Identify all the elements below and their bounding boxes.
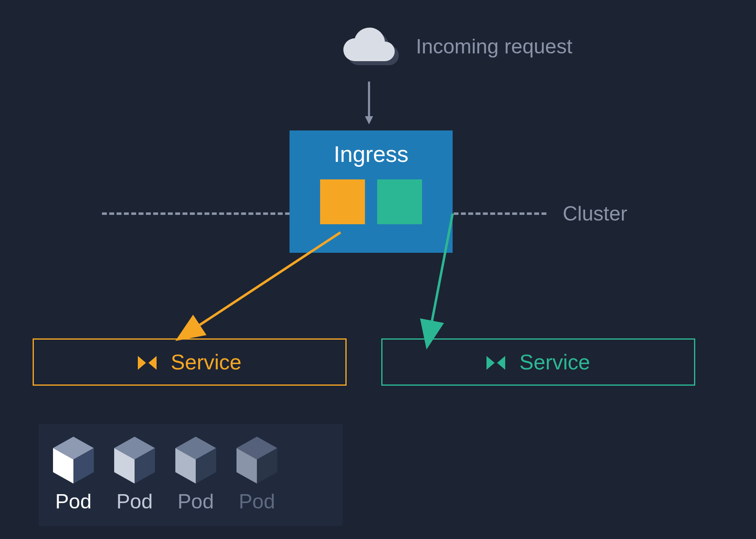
svg-marker-4 [138,356,146,370]
pod-label: Pod [178,490,214,513]
pod-label: Pod [239,490,275,513]
svg-marker-7 [497,356,505,370]
pod-item: Pod [53,437,94,513]
pod-item: Pod [237,437,277,513]
service-kube-icon [138,353,157,371]
service-orange-box: Service [33,338,347,386]
arrow-to-service-green [430,214,453,330]
cube-icon [175,437,216,484]
svg-marker-5 [148,356,157,370]
arrow-to-service-orange [192,232,340,330]
service-green-label: Service [519,350,590,374]
cube-icon [237,437,277,484]
pod-item: Pod [114,437,155,513]
service-green-box: Service [381,338,695,386]
cube-icon [114,437,155,484]
service-kube-icon [486,353,505,371]
service-orange-label: Service [171,350,241,374]
pod-item: Pod [175,437,216,513]
pod-label: Pod [117,490,153,513]
pod-label: Pod [55,490,92,513]
cube-icon [53,437,94,484]
pods-panel: Pod Pod Pod Pod [39,424,343,526]
svg-marker-6 [486,356,495,370]
diagram-canvas: Incoming request Cluster Ingress [0,0,756,539]
